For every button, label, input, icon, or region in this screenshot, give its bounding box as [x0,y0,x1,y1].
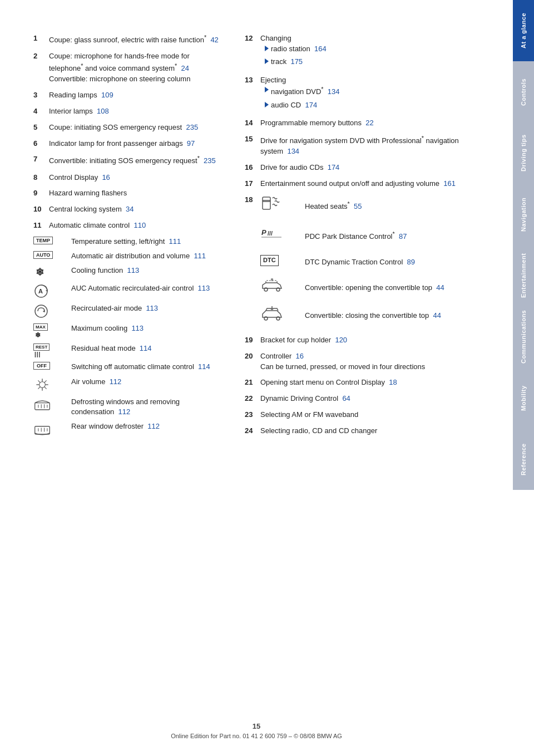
svg-rect-26 [263,197,270,202]
climate-text: Residual heat mode 114 [71,343,222,354]
bullet-icon [265,46,269,51]
list-item: 20 Controller 16Can be turned, pressed, … [245,351,485,372]
item-text: Dynamic Driving Control 64 [260,394,485,404]
item-text: Indicator lamp for front passenger airba… [49,139,222,149]
list-item: 18 [245,195,485,332]
pdc-icon: P /// [260,225,299,243]
climate-text: Cooling function 113 [71,266,222,276]
item-number: 24 [245,426,260,436]
list-item: 15 Drive for navigation system DVD with … [245,134,485,157]
climate-item: Air volume 112 [33,377,222,392]
sidebar-tab-mobility[interactable]: Mobility [513,367,534,429]
item-text: Hazard warning flashers [49,188,222,199]
item-number: 6 [33,139,49,149]
item-text: Drive for audio CDs 174 [260,163,485,173]
conv-open-text: Convertible: opening the convertible top… [305,283,444,293]
item-number: 19 [245,335,260,346]
list-item: 23 Selecting AM or FM waveband [245,410,485,420]
bullet-icon [265,58,269,64]
temp-icon: TEMP [33,237,67,244]
item-text: Opening start menu on Control Display 18 [260,377,485,388]
item-number: 8 [33,173,49,183]
list-item: 7 Convertible: initiating SOS emergency … [33,154,222,166]
item-number: 21 [245,377,260,388]
list-item: 6 Indicator lamp for front passenger air… [33,139,222,149]
item-text: Interior lamps 108 [49,106,222,117]
sidebar-tab-reference[interactable]: Reference [513,429,534,490]
item-number: 22 [245,394,260,404]
svg-line-13 [44,380,47,382]
item-text: Changing radio station 164 track 175 [260,33,485,70]
bullet-icon [265,102,269,107]
item-text: Bracket for cup holder 120 [260,335,485,346]
sub-item: navigation DVD* 134 [260,85,485,97]
sidebar-tab-label: Controls [520,78,527,105]
sidebar-tab-at-a-glance[interactable]: At a glance [513,0,534,61]
cooling-icon: ❄ [33,266,67,279]
sidebar: At a glance Controls Driving tips Naviga… [513,0,534,756]
item-text: Controller 16Can be turned, pressed, or … [260,351,485,372]
svg-marker-35 [270,309,274,310]
list-item: 21 Opening start menu on Control Display… [245,377,485,388]
air-vol-icon [33,377,67,392]
item-number: 23 [245,410,260,420]
list-item: 17 Entertainment sound output on/off and… [245,179,485,189]
list-item: 5 Coupe: initiating SOS emergency reques… [33,122,222,133]
climate-text: Temperature setting, left/right 111 [71,237,222,247]
climate-item: MAX ❄ Maximum cooling 113 [33,323,222,339]
climate-text: Defrosting windows and removing condensa… [71,397,222,417]
sidebar-tab-label: Driving tips [520,135,527,172]
heated-seat-text: Heated seats* 55 [305,200,362,212]
item-number: 7 [33,154,49,166]
list-item: 1 Coupe: glass sunroof, electric with ra… [33,33,222,46]
footer-text: Online Edition for Part no. 01 41 2 600 … [0,733,513,739]
item-number: 15 [245,134,260,157]
defrost-front-icon [33,397,67,414]
sub-item: audio CD 174 [260,100,485,111]
rear-defrost-icon [33,421,67,438]
item-number: 17 [245,179,260,189]
conv-close-text: Convertible: closing the convertible top… [305,311,441,321]
sidebar-tab-controls[interactable]: Controls [513,61,534,122]
sidebar-tab-label: Entertainment [520,253,527,298]
sidebar-tab-driving-tips[interactable]: Driving tips [513,122,534,184]
sidebar-tab-communications[interactable]: Communications [513,306,534,367]
climate-item: Rear window defroster 112 [33,421,222,438]
item-number: 2 [33,51,49,85]
rest-icon: REST ||| [33,343,67,357]
max-cool-icon: MAX ❄ [33,323,67,339]
item-text: Automatic climate control 110 [49,220,222,231]
sidebar-tab-entertainment[interactable]: Entertainment [513,245,534,306]
climate-item: Defrosting windows and removing condensa… [33,397,222,417]
conv-open-icon [260,278,299,294]
climate-item: REST ||| Residual heat mode 114 [33,343,222,357]
sidebar-tab-label: Mobility [520,385,527,411]
item-text: Control Display 16 [49,173,222,183]
item-number: 20 [245,351,260,372]
list-item: 24 Selecting radio, CD and CD changer [245,426,485,436]
auc-icon: A [33,283,67,299]
climate-text: Air volume 112 [71,377,222,387]
list-item: 2 Coupe: microphone for hands-free mode … [33,51,222,85]
item-number: 14 [245,118,260,129]
svg-text:P: P [261,228,266,237]
dtc-text: DTC Dynamic Traction Control 89 [305,257,415,268]
item-text: Programmable memory buttons 22 [260,118,485,129]
climate-text: Switching off automatic climate control … [71,362,222,372]
item-text: Coupe: microphone for hands-free mode fo… [49,51,222,85]
list-item: 14 Programmable memory buttons 22 [245,118,485,129]
sidebar-tab-navigation[interactable]: Navigation [513,184,534,245]
climate-text: Automatic air distribution and volume 11… [71,251,222,261]
svg-point-4 [35,305,47,317]
list-item: 8 Control Display 16 [33,173,222,183]
conv-close-icon [260,306,299,322]
sidebar-tab-label: Navigation [520,197,527,231]
item-number: 11 [33,220,49,231]
footer: 15 Online Edition for Part no. 01 41 2 6… [0,722,513,739]
item-text: Coupe: initiating SOS emergency request … [49,122,222,133]
off-icon: OFF [33,362,67,370]
item-number: 13 [245,75,260,113]
list-item: 4 Interior lamps 108 [33,106,222,117]
item-text: Central locking system 34 [49,204,222,215]
item-number: 5 [33,122,49,133]
